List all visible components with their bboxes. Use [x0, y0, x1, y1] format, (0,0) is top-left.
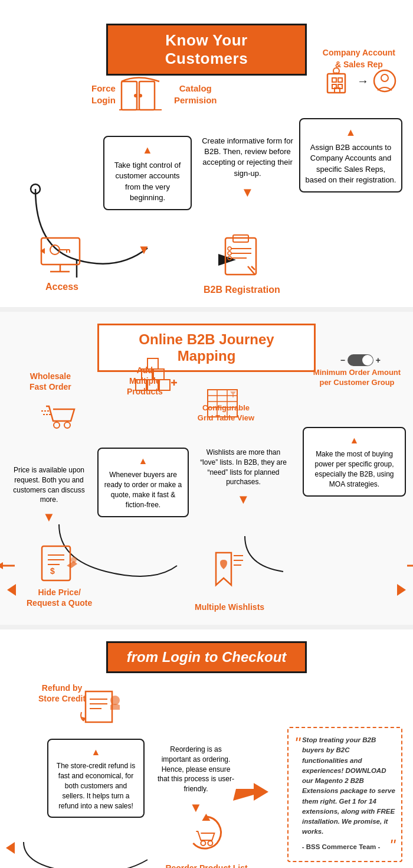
info-box-left: Take tight control of customer accounts … — [103, 136, 192, 210]
b2b-reg-area: B2B Registration — [204, 232, 280, 295]
wishlists-label: Multiple Wishlists — [195, 602, 264, 612]
svg-point-18 — [50, 245, 60, 254]
toggle-minus: − — [340, 355, 345, 365]
s3-info-middle: Reordering is as important as ordering. … — [155, 745, 237, 817]
pyramid-icon — [133, 356, 177, 394]
svg-line-30 — [248, 266, 255, 275]
svg-line-31 — [251, 266, 255, 270]
svg-point-9 — [381, 74, 388, 81]
s2-info-left: Price is available upon request. Both yo… — [11, 465, 87, 527]
refund-icon-area — [77, 688, 124, 729]
left-arrow-indicator — [7, 584, 25, 598]
grid-icon-area — [206, 389, 239, 420]
info-box-middle: Create informative form for B2B. Then, r… — [202, 136, 293, 202]
quote-open: " — [294, 735, 300, 752]
catalog-perm-label: Catalog Permision — [174, 83, 217, 106]
s3-info-left: The store-credit refund is fast and econ… — [47, 739, 145, 818]
svg-rect-43 — [148, 358, 158, 369]
force-login-label: Force Login — [91, 83, 116, 106]
grid-icon — [206, 389, 239, 418]
svg-rect-41 — [142, 369, 152, 380]
svg-marker-32 — [0, 562, 3, 569]
section3-title-bar: from Login to Checkout — [106, 641, 307, 673]
company-icons-area: → — [322, 65, 398, 97]
s3-quote-box: " Stop treating your B2B buyers by B2C f… — [287, 727, 402, 862]
person-icon — [372, 68, 398, 94]
svg-text:$: $ — [50, 566, 55, 576]
hide-price-label: Hide Price/ Request a Quote — [27, 587, 92, 608]
min-order-label: Minimum Order Amount per Customer Group — [310, 368, 404, 388]
svg-marker-61 — [7, 584, 16, 596]
reorder-area: Reorder Product List — [165, 808, 247, 868]
svg-rect-64 — [86, 691, 112, 722]
section-login-checkout: from Login to Checkout Refund by Store C… — [0, 629, 413, 868]
refund-icon — [77, 688, 124, 727]
access-area: Access — [35, 235, 88, 292]
wishlists-area: Multiple Wishlists — [195, 550, 264, 612]
svg-point-35 — [64, 422, 70, 428]
b2b-reg-label: B2B Registration — [204, 285, 280, 295]
svg-point-57 — [71, 557, 77, 563]
s2-info-middle-right: Wishlists are more than “love” lists. In… — [198, 448, 289, 509]
reorder-label: Reorder Product List — [165, 863, 247, 868]
section-b2b-journey: Online B2B Journey Mapping Wholesale Fas… — [0, 312, 413, 625]
svg-rect-3 — [338, 78, 342, 82]
svg-marker-63 — [6, 842, 15, 854]
building-icon — [322, 65, 354, 97]
svg-rect-39 — [148, 380, 158, 390]
right-arrow-indicator — [388, 584, 406, 598]
toggle-pill[interactable] — [348, 354, 373, 366]
quote-text: Stop treating your B2B buyers by B2C fun… — [302, 736, 395, 835]
wishlists-icon — [209, 550, 250, 597]
b2b-reg-icon — [218, 232, 266, 279]
svg-rect-52 — [42, 546, 70, 580]
hide-price-icon: $ — [37, 543, 81, 582]
pyramid-area — [133, 356, 177, 397]
svg-marker-62 — [397, 584, 406, 596]
svg-rect-1 — [327, 74, 345, 93]
section1-title-bar: Know Your Customers — [106, 24, 307, 76]
divider2 — [0, 625, 413, 629]
svg-rect-2 — [332, 78, 336, 82]
toggle-circle — [362, 355, 373, 366]
svg-point-34 — [54, 422, 60, 428]
door-icon — [117, 71, 164, 118]
svg-point-68 — [110, 696, 120, 705]
s2-info-middle-left: Whenever buyers are ready to order or ma… — [97, 448, 189, 517]
fast-cart-area — [40, 400, 78, 435]
toggle-plus: + — [376, 355, 381, 365]
wholesale-label: Wholesale Fast Order — [30, 371, 71, 392]
arrow-right-icon: → — [357, 74, 369, 88]
svg-point-72 — [208, 841, 213, 846]
access-icon — [35, 235, 88, 276]
svg-rect-42 — [153, 369, 164, 380]
svg-rect-40 — [159, 380, 170, 390]
svg-point-28 — [228, 252, 231, 255]
arrow-down-left: ▼ — [137, 242, 150, 257]
quote-author: - BSS Commerce Team - — [294, 842, 395, 852]
svg-point-27 — [228, 247, 231, 250]
quote-close: " — [389, 837, 395, 854]
info-box-right: Assign B2B accounts to Company Accounts … — [299, 118, 402, 192]
svg-point-71 — [201, 841, 206, 846]
s2-info-right: Make the most of buying power per specif… — [303, 427, 406, 497]
svg-point-0 — [31, 184, 40, 194]
svg-point-29 — [228, 256, 231, 260]
svg-point-12 — [134, 94, 137, 97]
divider1 — [0, 307, 413, 312]
svg-rect-38 — [136, 380, 146, 390]
reorder-icon — [182, 808, 232, 858]
fast-cart-icon — [40, 400, 78, 433]
svg-point-13 — [139, 94, 142, 97]
access-label: Access — [35, 282, 88, 292]
section3-title: from Login to Checkout — [120, 649, 293, 665]
hide-price-area: $ Hide Price/ Request a Quote — [27, 543, 92, 608]
svg-rect-15 — [41, 238, 80, 265]
toggle-area: − + — [340, 354, 381, 366]
section-know-customers: Know Your Customers Company Account & Sa… — [0, 0, 413, 307]
section1-title: Know Your Customers — [132, 31, 281, 68]
